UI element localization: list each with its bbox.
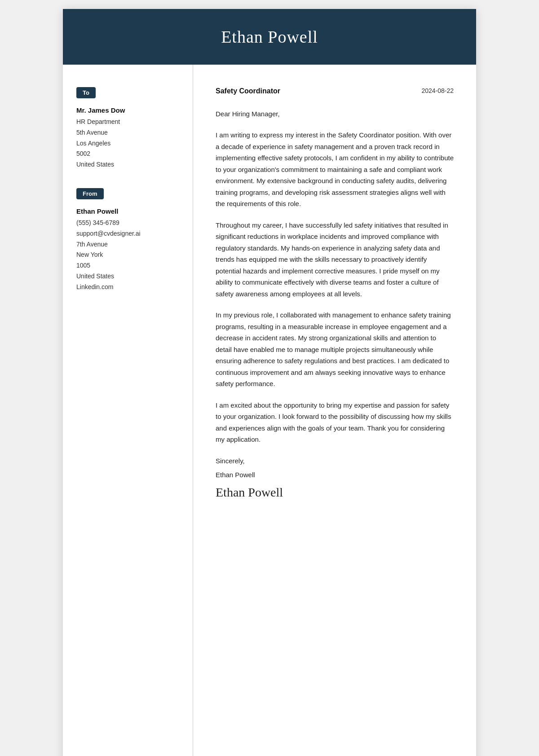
sender-phone: (555) 345-6789 xyxy=(76,218,179,229)
letter-paragraph-4: I am excited about the opportunity to br… xyxy=(216,400,454,445)
job-title: Safety Coordinator xyxy=(216,87,280,95)
page: Ethan Powell To Mr. James Dow HR Departm… xyxy=(63,9,476,756)
letter-header-row: Safety Coordinator 2024-08-22 xyxy=(216,87,454,95)
sender-line2: New York xyxy=(76,250,179,260)
letter-greeting: Dear Hiring Manager, xyxy=(216,109,454,119)
sender-line5: Linkedin.com xyxy=(76,282,179,293)
letter-paragraph-1: I am writing to express my interest in t… xyxy=(216,129,454,210)
to-badge: To xyxy=(76,87,96,98)
letter-paragraph-3: In my previous role, I collaborated with… xyxy=(216,309,454,390)
letter-date: 2024-08-22 xyxy=(421,87,454,94)
closing-line1: Sincerely, xyxy=(216,455,454,467)
sender-line4: United States xyxy=(76,271,179,282)
page-title: Ethan Powell xyxy=(72,27,467,47)
recipient-name: Mr. James Dow xyxy=(76,106,179,114)
recipient-line2: 5th Avenue xyxy=(76,127,179,138)
recipient-line3: Los Angeles xyxy=(76,138,179,149)
from-section: From Ethan Powell (555) 345-6789 support… xyxy=(76,188,179,293)
from-badge: From xyxy=(76,188,104,199)
content-area: To Mr. James Dow HR Department 5th Avenu… xyxy=(63,65,476,756)
sender-email: support@cvdesigner.ai xyxy=(76,229,179,239)
recipient-line1: HR Department xyxy=(76,117,179,127)
page-header: Ethan Powell xyxy=(63,9,476,65)
sidebar: To Mr. James Dow HR Department 5th Avenu… xyxy=(63,65,193,756)
recipient-line5: United States xyxy=(76,159,179,170)
sender-line1: 7th Avenue xyxy=(76,239,179,250)
closing-line2: Ethan Powell xyxy=(216,469,454,481)
sender-name: Ethan Powell xyxy=(76,207,179,215)
signature: Ethan Powell xyxy=(216,485,454,500)
letter-paragraph-2: Throughout my career, I have successfull… xyxy=(216,220,454,300)
recipient-line4: 5002 xyxy=(76,149,179,159)
letter-body: Safety Coordinator 2024-08-22 Dear Hirin… xyxy=(193,65,476,756)
sender-line3: 1005 xyxy=(76,260,179,271)
to-section: To Mr. James Dow HR Department 5th Avenu… xyxy=(76,87,179,170)
